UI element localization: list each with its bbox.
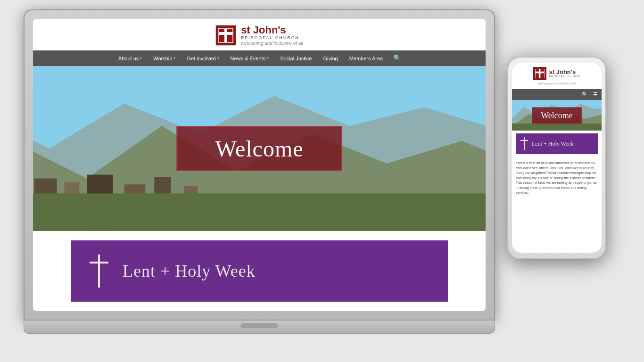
laptop-base <box>24 321 495 334</box>
nav-social-justice[interactable]: Social Justice <box>274 51 317 66</box>
phone-lent-cross-icon <box>520 137 528 150</box>
nav-involved-label: Get involved <box>187 56 215 61</box>
chevron-down-icon: ▾ <box>217 56 219 60</box>
chevron-down-icon: ▾ <box>267 56 269 60</box>
chevron-down-icon: ▾ <box>173 56 175 60</box>
logo-cross-icon <box>215 25 236 46</box>
phone-site-header: st John's EPISCOPAL CHURCH welcoming and… <box>512 63 602 89</box>
site-subtitle: EPISCOPAL CHURCH <box>241 36 303 41</box>
phone-nav-bar: 🔍 ☰ <box>512 89 602 100</box>
hero-section: Welcome <box>33 66 486 231</box>
nav-worship[interactable]: Worship ▾ <box>148 51 181 66</box>
site-header: st John's EPISCOPAL CHURCH welcoming and… <box>33 19 486 50</box>
phone-screen: st John's EPISCOPAL CHURCH welcoming and… <box>512 63 602 253</box>
title-main: John's <box>253 24 286 36</box>
phone-hero: Welcome <box>512 100 602 131</box>
phone-search-icon[interactable]: 🔍 <box>582 91 588 98</box>
svg-rect-14 <box>538 69 540 78</box>
nav-members[interactable]: Members Area <box>344 51 389 66</box>
phone-site-title: st John's <box>549 69 581 75</box>
phone-logo-cross-icon <box>533 67 546 80</box>
welcome-banner: Welcome <box>176 126 342 171</box>
logo-area: st John's EPISCOPAL CHURCH welcoming and… <box>215 25 303 46</box>
site-tagline: welcoming and inclusive of all <box>241 41 303 46</box>
site-title: st John's <box>241 25 303 36</box>
search-icon[interactable]: 🔍 <box>388 50 406 66</box>
phone-lent-title: Lent + Holy Week <box>532 140 574 148</box>
laptop-website: st John's EPISCOPAL CHURCH welcoming and… <box>33 19 486 311</box>
laptop-screen: st John's EPISCOPAL CHURCH welcoming and… <box>33 19 486 311</box>
phone-lent-section: Lent + Holy Week <box>512 131 602 157</box>
svg-rect-15 <box>535 72 544 74</box>
phone-subtitle: EPISCOPAL CHURCH <box>549 75 581 78</box>
phone-lent-banner: Lent + Holy Week <box>516 133 598 154</box>
phone-device: st John's EPISCOPAL CHURCH welcoming and… <box>507 57 606 259</box>
nav-giving[interactable]: Giving <box>317 51 343 66</box>
svg-rect-13 <box>33 193 486 231</box>
svg-rect-0 <box>224 29 227 42</box>
logo-text-block: st John's EPISCOPAL CHURCH welcoming and… <box>241 25 303 46</box>
svg-rect-20 <box>512 123 602 131</box>
phone-body-text: Lent is a time for us to ask ourselves w… <box>512 157 602 199</box>
phone-welcome-heading: Welcome <box>541 110 573 120</box>
phone-menu-icon[interactable]: ☰ <box>593 91 598 98</box>
nav-about[interactable]: About us ▾ <box>113 51 148 66</box>
nav-news-events[interactable]: News & Events ▾ <box>225 51 275 66</box>
nav-members-label: Members Area <box>349 56 383 61</box>
chevron-down-icon: ▾ <box>140 56 142 60</box>
phone-logo-area: st John's EPISCOPAL CHURCH <box>533 67 581 80</box>
phone-logo-text: st John's EPISCOPAL CHURCH <box>549 69 581 78</box>
lent-section: Lent + Holy Week <box>33 231 486 311</box>
laptop-body: st John's EPISCOPAL CHURCH welcoming and… <box>24 9 495 321</box>
nav-giving-label: Giving <box>323 56 338 61</box>
laptop-device: st John's EPISCOPAL CHURCH welcoming and… <box>24 9 495 349</box>
nav-worship-label: Worship <box>153 56 172 61</box>
nav-about-label: About us <box>118 56 139 61</box>
welcome-heading: Welcome <box>215 136 303 161</box>
nav-social-label: Social Justice <box>280 56 312 61</box>
title-accent: st <box>241 24 250 36</box>
phone-welcome-banner: Welcome <box>532 107 582 123</box>
nav-news-label: News & Events <box>231 56 266 61</box>
navigation-bar: About us ▾ Worship ▾ Get involved ▾ News… <box>33 50 486 66</box>
lent-title: Lent + Holy Week <box>123 261 256 281</box>
phone-tagline: welcoming and inclusive of all <box>538 82 575 85</box>
svg-rect-1 <box>219 32 232 35</box>
nav-get-involved[interactable]: Get involved ▾ <box>181 51 224 66</box>
lent-banner: Lent + Holy Week <box>71 240 448 302</box>
lent-cross-icon <box>90 255 108 288</box>
